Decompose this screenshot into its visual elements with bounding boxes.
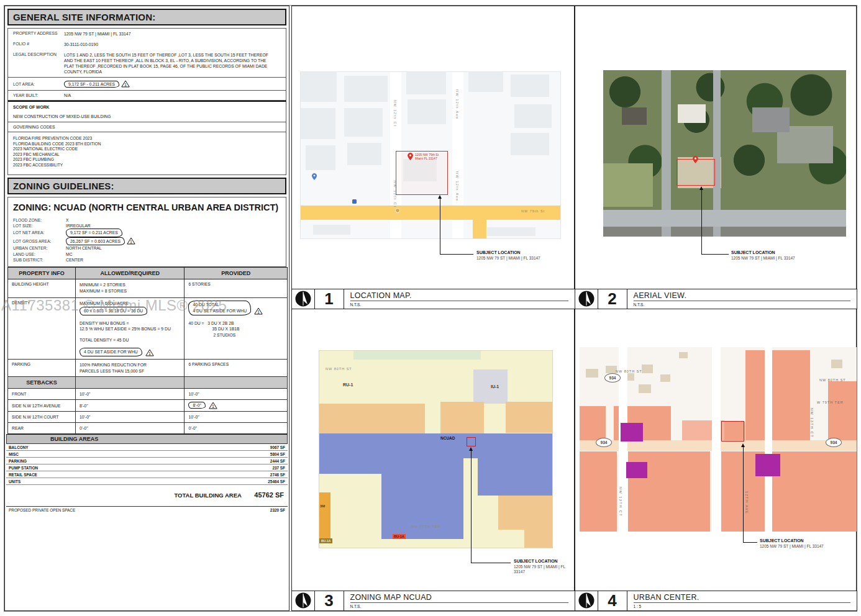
legal-description-row: LEGAL DESCRIPTION LOTS 1 AND 2, LESS THE… (8, 50, 286, 77)
land-use-row: LAND USE:MC (13, 251, 281, 257)
area-row-balcony: BALCONY9067 SF (6, 444, 288, 451)
revision-cloud: 26,267 SF = 0.603 ACRES (66, 237, 125, 245)
field-label: FOLIO # (13, 42, 64, 47)
revision-triangle-icon: 1 (121, 80, 130, 88)
transit-icon (352, 199, 357, 204)
setbacks-header-row: SETBACKS (8, 377, 288, 389)
field-label: LOT AREA: (13, 82, 64, 86)
revision-triangle-icon: 1 (254, 307, 263, 315)
year-built-row: YEAR BUILT: N/A (7, 91, 286, 101)
street-label: NW 13TH CT (810, 408, 814, 438)
code-item: 2023 FBC PLUMBING (13, 157, 281, 163)
revision-triangle-icon: 1 (209, 402, 217, 409)
zone-label: NCUAD (440, 436, 455, 440)
subject-location-callout: SUBJECT LOCATION 1205 NW 79 ST | MIAMI |… (514, 559, 574, 575)
leader-line (701, 254, 729, 255)
svg-text:1: 1 (124, 83, 127, 87)
blank-cell (184, 377, 288, 389)
leader-line (471, 450, 472, 563)
route-shield: 934 (826, 438, 842, 447)
aerial-view-panel: SUBJECT LOCATION 1205 NW 79 ST | MIAMI |… (575, 6, 857, 309)
building-height-row: BUILDING HEIGHT MINIMUM = 2 STORIES MAXI… (8, 279, 288, 298)
parking-row: PARKING 100% PARKING REDUCTION FOR PARCE… (8, 359, 288, 376)
area-row-misc: MISC5804 SF (6, 451, 288, 458)
subject-location-callout: SUBJECT LOCATION 1205 NW 79 ST | MIAMI |… (476, 250, 540, 261)
plan-sheet: GENERAL SITE INFORMATION: PROPERTY ADDRE… (0, 0, 861, 616)
setbacks-header: SETBACKS (8, 377, 76, 389)
zoning-summary-box: ZONING: NCUAD (NORTH CENTRAL URBAN AREA … (7, 197, 286, 268)
revision-cloud: 4 DU SET ASIDE FOR WHU (80, 348, 142, 356)
svg-text:1: 1 (130, 240, 132, 245)
poi-pin-icon (312, 173, 317, 180)
scope-label: SCOPE OF WORK (13, 105, 281, 109)
allowed-cell: MINIMUM = 2 STORIES MAXIMUM = 8 STORIES (76, 279, 184, 298)
zoning-table: PROPERTY INFO ALLOWED/REQUIRED PROVIDED … (7, 267, 288, 434)
panel-scale: N.T.S. (634, 301, 850, 307)
scope-value: NEW CONSTRUCTION OF MIXED-USE BUILDING (13, 114, 281, 119)
lot-gross-area-row: LOT GROSS AREA:26,267 SF = 0.603 ACRES 1 (13, 237, 281, 245)
leader-line (701, 189, 702, 254)
leader-line (440, 254, 473, 255)
north-arrow-icon (295, 291, 311, 307)
svg-text:1: 1 (148, 351, 151, 356)
sub-district-row: SUB DISTRICT:CENTER (13, 257, 281, 263)
property-info-box: PROPERTY ADDRESS 1205 NW 79 ST | MIAMI |… (7, 28, 286, 78)
total-label: TOTAL BUILDING AREA (174, 492, 241, 499)
code-item: FLORIDA FIRE PREVENTION CODE 2023 (13, 136, 281, 142)
area-row-retail: RETAIL SPACE2746 SF (6, 471, 288, 478)
title-block-3: 3 ZONING MAP NCUAD N.T.S. (291, 591, 575, 611)
col-header: PROPERTY INFO (8, 268, 76, 279)
allowed-cell: 100% PARKING REDUCTION FOR PARCELS LESS … (76, 359, 184, 376)
location-map-panel: NW 12th Ct NW 12th Ct NW 12th Ave NW 12t… (291, 6, 575, 309)
svg-text:1: 1 (212, 405, 214, 409)
north-arrow-icon (578, 592, 594, 609)
map-pin-icon (408, 153, 413, 160)
lot-area-row: LOT AREA: 9,172 SF - 0.211 ACRES 1 (7, 78, 286, 91)
zoning-guidelines-header: ZONING GUIDELINES: (7, 178, 286, 194)
street-label: NW 12th Ave (455, 89, 459, 120)
panel-title: ZONING MAP NCUAD (350, 592, 568, 603)
revision-triangle-icon: 1 (127, 237, 135, 245)
street-label: NW 13TH CT (619, 487, 622, 517)
folio-row: FOLIO # 30-3111-010-0190 (8, 39, 286, 50)
general-info-header: GENERAL SITE INFORMATION: (7, 9, 286, 25)
leader-line (743, 542, 757, 543)
panel-scale: 1 : 5 (634, 603, 850, 609)
total-building-area-row: TOTAL BUILDING AREA 45762 SF (5, 485, 289, 501)
watermark: A11735381 © Miami MLS® 2025 (1, 297, 227, 314)
code-item: FLORIDA BUILDING CODE 2023 8TH EDITION (13, 142, 281, 147)
title-block-4: 4 URBAN CENTER. 1 : 5 (575, 591, 857, 611)
revision-cloud: 8'-0" (188, 402, 206, 409)
building-areas-header: BUILDING AREAS (6, 434, 288, 444)
urban-center-row: URBAN CENTER:NORTH CENTRAL (13, 245, 281, 251)
pin-label: 1205 NW 79th St Miami FL 33147 (415, 153, 439, 160)
field-label: LEGAL DESCRIPTION (13, 52, 64, 75)
route-shield: 934 (604, 373, 621, 383)
revision-cloud: 9,172 SF = 0.211 ACRES (66, 229, 122, 237)
governing-codes-list: FLORIDA FIRE PREVENTION CODE 2023 FLORID… (7, 132, 286, 175)
flood-zone-row: FLOOD ZONE:X (13, 217, 281, 223)
street-label: 12TH AVE (745, 491, 749, 514)
col-header: ALLOWED/REQUIRED (76, 268, 184, 279)
panel-title: AERIAL VIEW. (634, 291, 850, 301)
street-label: NW 12th Ct (393, 100, 397, 127)
panel-scale: N.T.S. (350, 301, 568, 307)
subject-location-callout: SUBJECT LOCATION 1205 NW 79 ST | MIAMI |… (731, 250, 795, 261)
revision-cloud: 9,172 SF - 0.211 ACRES (64, 81, 119, 88)
subject-lot-outline (721, 421, 744, 442)
scope-of-work-box: SCOPE OF WORK NEW CONSTRUCTION OF MIXED-… (7, 101, 286, 122)
street-label: NW 77TH TER (411, 525, 441, 528)
panel-number: 3 (315, 591, 344, 610)
urban-center-map: NW 80TH ST NW 80TH ST W 79TH TER NW 13TH… (580, 347, 857, 532)
field-value: 30-3111-010-0190 (64, 42, 272, 47)
street-label: NW 80TH ST (819, 378, 846, 382)
setback-front-row: FRONT 10'-0" 10'-0" (8, 389, 288, 400)
zoning-heading: ZONING: NCUAD (NORTH CENTRAL URBAN AREA … (13, 200, 281, 217)
zone-label: 3M (320, 504, 325, 508)
panel-title: URBAN CENTER. (634, 592, 850, 603)
code-item: 2023 FBC ACCESSIBILITY (13, 163, 281, 168)
leader-line (743, 446, 744, 542)
zoning-table-header: PROPERTY INFO ALLOWED/REQUIRED PROVIDED (8, 268, 288, 279)
subject-lot-outline (467, 437, 476, 446)
zone-chip: BU-1A (319, 538, 332, 543)
